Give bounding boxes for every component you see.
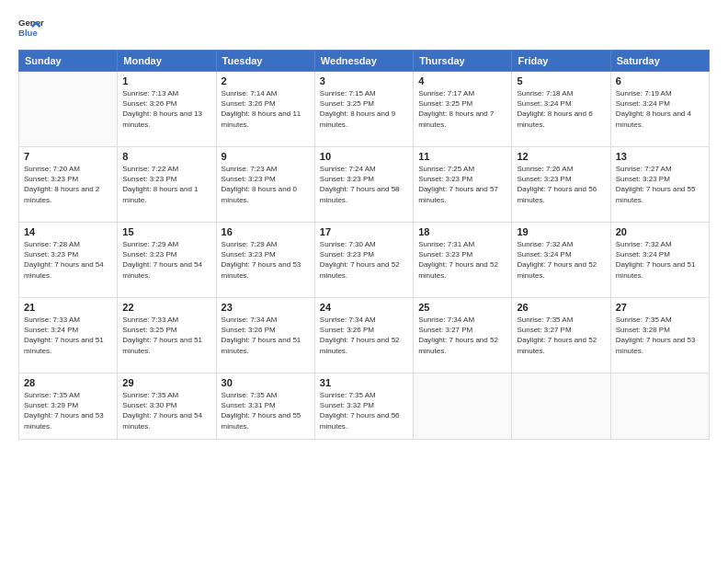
day-number: 7	[24, 151, 112, 162]
day-number: 17	[320, 226, 408, 237]
cell-info: Sunrise: 7:32 AMSunset: 3:24 PMDaylight:…	[616, 239, 704, 281]
calendar-cell: 2Sunrise: 7:14 AMSunset: 3:26 PMDaylight…	[216, 72, 314, 147]
day-number: 4	[418, 75, 506, 86]
calendar-cell: 22Sunrise: 7:33 AMSunset: 3:25 PMDayligh…	[118, 298, 216, 373]
cell-info: Sunrise: 7:33 AMSunset: 3:25 PMDaylight:…	[122, 315, 210, 356]
weekday-header-thursday: Thursday	[414, 51, 512, 72]
day-number: 12	[517, 151, 605, 162]
day-number: 31	[320, 377, 408, 388]
cell-info: Sunrise: 7:34 AMSunset: 3:26 PMDaylight:…	[320, 315, 408, 356]
cell-info: Sunrise: 7:34 AMSunset: 3:26 PMDaylight:…	[222, 315, 310, 356]
calendar-table: SundayMondayTuesdayWednesdayThursdayFrid…	[18, 50, 710, 440]
cell-info: Sunrise: 7:25 AMSunset: 3:23 PMDaylight:…	[418, 164, 506, 205]
day-number: 25	[418, 302, 506, 313]
day-number: 20	[616, 226, 704, 237]
cell-info: Sunrise: 7:34 AMSunset: 3:27 PMDaylight:…	[418, 315, 506, 356]
day-number: 3	[320, 75, 408, 86]
day-number: 14	[24, 226, 112, 237]
calendar-cell: 26Sunrise: 7:35 AMSunset: 3:27 PMDayligh…	[512, 298, 610, 373]
calendar-cell: 30Sunrise: 7:35 AMSunset: 3:31 PMDayligh…	[216, 373, 314, 440]
cell-info: Sunrise: 7:20 AMSunset: 3:23 PMDaylight:…	[24, 164, 112, 205]
cell-info: Sunrise: 7:28 AMSunset: 3:23 PMDaylight:…	[24, 239, 112, 281]
day-number: 18	[418, 226, 506, 237]
header: General Blue	[18, 15, 710, 40]
calendar-cell: 15Sunrise: 7:29 AMSunset: 3:23 PMDayligh…	[118, 223, 216, 298]
calendar-cell: 21Sunrise: 7:33 AMSunset: 3:24 PMDayligh…	[19, 298, 118, 373]
calendar-cell: 27Sunrise: 7:35 AMSunset: 3:28 PMDayligh…	[610, 298, 709, 373]
week-row-1: 1Sunrise: 7:13 AMSunset: 3:26 PMDaylight…	[19, 72, 710, 147]
calendar-cell: 29Sunrise: 7:35 AMSunset: 3:30 PMDayligh…	[118, 373, 216, 440]
cell-info: Sunrise: 7:19 AMSunset: 3:24 PMDaylight:…	[616, 88, 704, 130]
cell-info: Sunrise: 7:23 AMSunset: 3:23 PMDaylight:…	[222, 164, 310, 205]
svg-text:Blue: Blue	[18, 28, 38, 38]
day-number: 2	[222, 75, 310, 86]
cell-info: Sunrise: 7:26 AMSunset: 3:23 PMDaylight:…	[517, 164, 605, 205]
day-number: 6	[616, 75, 704, 86]
weekday-header-saturday: Saturday	[610, 51, 709, 72]
day-number: 30	[222, 377, 310, 388]
cell-info: Sunrise: 7:24 AMSunset: 3:23 PMDaylight:…	[320, 164, 408, 205]
cell-info: Sunrise: 7:35 AMSunset: 3:31 PMDaylight:…	[222, 390, 310, 431]
calendar-cell: 31Sunrise: 7:35 AMSunset: 3:32 PMDayligh…	[314, 373, 413, 440]
cell-info: Sunrise: 7:13 AMSunset: 3:26 PMDaylight:…	[122, 88, 210, 130]
day-number: 10	[320, 151, 408, 162]
cell-info: Sunrise: 7:22 AMSunset: 3:23 PMDaylight:…	[122, 164, 210, 205]
cell-info: Sunrise: 7:31 AMSunset: 3:23 PMDaylight:…	[418, 239, 506, 281]
logo-icon: General Blue	[18, 15, 44, 40]
cell-info: Sunrise: 7:15 AMSunset: 3:25 PMDaylight:…	[320, 88, 408, 130]
cell-info: Sunrise: 7:32 AMSunset: 3:24 PMDaylight:…	[517, 239, 605, 281]
week-row-2: 7Sunrise: 7:20 AMSunset: 3:23 PMDaylight…	[19, 147, 710, 223]
calendar-cell: 14Sunrise: 7:28 AMSunset: 3:23 PMDayligh…	[19, 223, 118, 298]
week-row-4: 21Sunrise: 7:33 AMSunset: 3:24 PMDayligh…	[19, 298, 710, 373]
cell-info: Sunrise: 7:17 AMSunset: 3:25 PMDaylight:…	[418, 88, 506, 130]
week-row-5: 28Sunrise: 7:35 AMSunset: 3:29 PMDayligh…	[19, 373, 710, 440]
day-number: 16	[222, 226, 310, 237]
calendar-cell: 4Sunrise: 7:17 AMSunset: 3:25 PMDaylight…	[414, 72, 512, 147]
calendar-cell: 24Sunrise: 7:34 AMSunset: 3:26 PMDayligh…	[314, 298, 413, 373]
weekday-header-tuesday: Tuesday	[216, 51, 314, 72]
cell-info: Sunrise: 7:29 AMSunset: 3:23 PMDaylight:…	[222, 239, 310, 281]
day-number: 9	[222, 151, 310, 162]
cell-info: Sunrise: 7:35 AMSunset: 3:32 PMDaylight:…	[320, 390, 408, 431]
cell-info: Sunrise: 7:29 AMSunset: 3:23 PMDaylight:…	[122, 239, 210, 281]
day-number: 19	[517, 226, 605, 237]
day-number: 22	[122, 302, 210, 313]
calendar-cell: 7Sunrise: 7:20 AMSunset: 3:23 PMDaylight…	[19, 147, 118, 223]
logo: General Blue	[18, 15, 44, 40]
weekday-header-monday: Monday	[118, 51, 216, 72]
weekday-header-sunday: Sunday	[19, 51, 118, 72]
cell-info: Sunrise: 7:35 AMSunset: 3:27 PMDaylight:…	[517, 315, 605, 356]
calendar-cell: 18Sunrise: 7:31 AMSunset: 3:23 PMDayligh…	[414, 223, 512, 298]
day-number: 1	[122, 75, 210, 86]
day-number: 11	[418, 151, 506, 162]
calendar-cell	[512, 373, 610, 440]
day-number: 13	[616, 151, 704, 162]
cell-info: Sunrise: 7:35 AMSunset: 3:29 PMDaylight:…	[24, 390, 112, 431]
cell-info: Sunrise: 7:27 AMSunset: 3:23 PMDaylight:…	[616, 164, 704, 205]
page: General Blue SundayMondayTuesdayWednesda…	[0, 0, 728, 563]
cell-info: Sunrise: 7:35 AMSunset: 3:28 PMDaylight:…	[616, 315, 704, 356]
calendar-cell: 17Sunrise: 7:30 AMSunset: 3:23 PMDayligh…	[314, 223, 413, 298]
day-number: 26	[517, 302, 605, 313]
cell-info: Sunrise: 7:35 AMSunset: 3:30 PMDaylight:…	[122, 390, 210, 431]
calendar-cell: 12Sunrise: 7:26 AMSunset: 3:23 PMDayligh…	[512, 147, 610, 223]
calendar-cell: 9Sunrise: 7:23 AMSunset: 3:23 PMDaylight…	[216, 147, 314, 223]
calendar-cell	[610, 373, 709, 440]
weekday-header-friday: Friday	[512, 51, 610, 72]
weekday-header-row: SundayMondayTuesdayWednesdayThursdayFrid…	[19, 51, 710, 72]
day-number: 23	[222, 302, 310, 313]
calendar-cell: 25Sunrise: 7:34 AMSunset: 3:27 PMDayligh…	[414, 298, 512, 373]
calendar-cell: 16Sunrise: 7:29 AMSunset: 3:23 PMDayligh…	[216, 223, 314, 298]
day-number: 24	[320, 302, 408, 313]
cell-info: Sunrise: 7:14 AMSunset: 3:26 PMDaylight:…	[222, 88, 310, 130]
cell-info: Sunrise: 7:30 AMSunset: 3:23 PMDaylight:…	[320, 239, 408, 281]
cell-info: Sunrise: 7:18 AMSunset: 3:24 PMDaylight:…	[517, 88, 605, 130]
day-number: 5	[517, 75, 605, 86]
calendar-cell: 1Sunrise: 7:13 AMSunset: 3:26 PMDaylight…	[118, 72, 216, 147]
calendar-cell	[414, 373, 512, 440]
calendar-cell	[19, 72, 118, 147]
calendar-cell: 23Sunrise: 7:34 AMSunset: 3:26 PMDayligh…	[216, 298, 314, 373]
calendar-cell: 5Sunrise: 7:18 AMSunset: 3:24 PMDaylight…	[512, 72, 610, 147]
day-number: 15	[122, 226, 210, 237]
calendar-cell: 20Sunrise: 7:32 AMSunset: 3:24 PMDayligh…	[610, 223, 709, 298]
